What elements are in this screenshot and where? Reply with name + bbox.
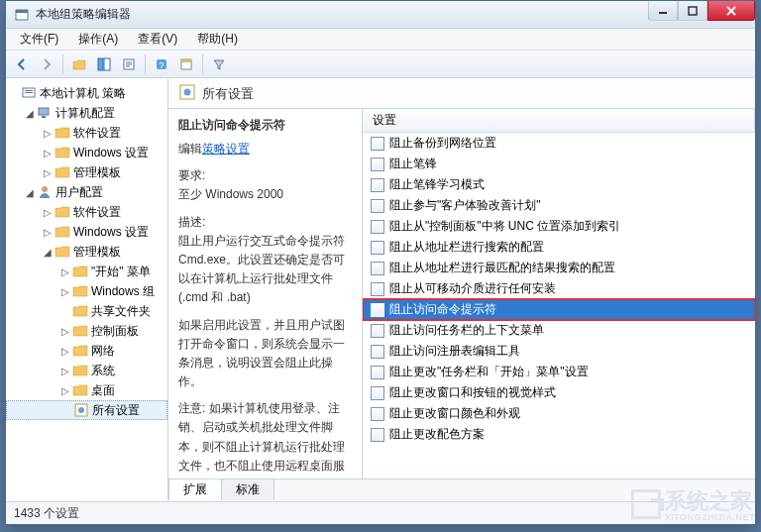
list-row[interactable]: 阻止笔锋学习模式 bbox=[363, 174, 755, 195]
list-row-label: 阻止参与"客户体验改善计划" bbox=[389, 197, 541, 214]
list-row[interactable]: 阻止访问任务栏的上下文菜单 bbox=[363, 320, 755, 341]
tree-item[interactable]: ◢管理模板 bbox=[6, 242, 167, 262]
list-row[interactable]: 阻止更改窗口颜色和外观 bbox=[363, 403, 755, 424]
policy-icon bbox=[371, 241, 384, 255]
policy-icon bbox=[371, 303, 384, 317]
tree-item[interactable]: ▷系统 bbox=[6, 361, 167, 380]
policy-icon bbox=[371, 199, 384, 213]
req-value: 至少 Windows 2000 bbox=[178, 187, 283, 201]
tab-standard[interactable]: 标准 bbox=[221, 479, 274, 500]
tree-item[interactable]: ▷网络 bbox=[6, 341, 167, 361]
tree-item[interactable]: ▷控制面板 bbox=[6, 321, 167, 341]
tree-label: "开始" 菜单 bbox=[91, 264, 151, 280]
toolbar-separator bbox=[62, 54, 63, 74]
policy-icon bbox=[371, 282, 384, 296]
tree-label: 软件设置 bbox=[73, 125, 121, 142]
policy-icon bbox=[371, 220, 384, 234]
tree-label: 软件设置 bbox=[73, 204, 121, 221]
description-title: 阻止访问命令提示符 bbox=[168, 109, 362, 140]
list-row[interactable]: 阻止更改窗口和按钮的视觉样式 bbox=[363, 382, 755, 403]
list-row[interactable]: 阻止更改"任务栏和「开始」菜单"设置 bbox=[363, 362, 755, 382]
req-label: 要求: bbox=[178, 168, 205, 182]
help-button[interactable]: ? bbox=[150, 53, 173, 75]
back-button[interactable] bbox=[10, 53, 34, 75]
menu-help[interactable]: 帮助(H) bbox=[187, 29, 248, 50]
list-row[interactable]: 阻止备份到网络位置 bbox=[363, 133, 755, 154]
tree-label: 用户配置 bbox=[55, 184, 103, 201]
list-row[interactable]: 阻止笔锋 bbox=[363, 154, 755, 174]
menu-action[interactable]: 操作(A) bbox=[68, 29, 128, 50]
forward-button[interactable] bbox=[35, 53, 58, 75]
tree-item[interactable]: ▷软件设置 bbox=[6, 123, 167, 143]
tree-label: 共享文件夹 bbox=[91, 303, 151, 320]
settings-list[interactable]: 阻止备份到网络位置阻止笔锋阻止笔锋学习模式阻止参与"客户体验改善计划"阻止从"控… bbox=[363, 133, 755, 479]
list-row-label: 阻止更改"任务栏和「开始」菜单"设置 bbox=[389, 364, 589, 380]
tree-item[interactable]: ▷桌面 bbox=[6, 380, 167, 400]
policy-icon bbox=[371, 158, 384, 171]
menu-view[interactable]: 查看(V) bbox=[128, 29, 187, 50]
list-row[interactable]: 阻止从地址栏进行搜索的配置 bbox=[363, 237, 755, 258]
tree-label: 所有设置 bbox=[92, 402, 140, 419]
list-row-label: 阻止从地址栏进行搜索的配置 bbox=[389, 239, 544, 256]
toolbar: ? bbox=[6, 51, 755, 78]
tree-item[interactable]: ▷Windows 设置 bbox=[6, 222, 167, 242]
filter-button[interactable] bbox=[207, 53, 231, 75]
list-header[interactable]: 设置 bbox=[363, 109, 755, 133]
maximize-button[interactable] bbox=[678, 1, 707, 21]
up-button[interactable] bbox=[67, 53, 91, 75]
tree-item[interactable]: ▷软件设置 bbox=[6, 202, 167, 222]
edit-policy-link[interactable]: 策略设置 bbox=[202, 142, 250, 156]
tree-item[interactable]: ▷Windows 组 bbox=[6, 281, 167, 301]
main-area: 本地计算机 策略 ◢计算机配置 ▷软件设置 ▷Windows 设置 ▷管理模板 … bbox=[6, 79, 755, 500]
content-body: 阻止访问命令提示符 编辑策略设置 要求:至少 Windows 2000 描述:阻… bbox=[168, 109, 755, 479]
desc-text: 注意: 如果计算机使用登录、注销、启动或关机批处理文件脚本，则不阻止计算机运行批… bbox=[178, 399, 352, 479]
tree-label: 管理模板 bbox=[73, 244, 121, 261]
minimize-button[interactable] bbox=[648, 1, 678, 21]
svg-text:?: ? bbox=[159, 60, 163, 70]
tree-user-config[interactable]: ◢用户配置 bbox=[6, 182, 167, 202]
properties-button[interactable] bbox=[174, 53, 198, 75]
close-button[interactable] bbox=[707, 1, 755, 21]
tree-root[interactable]: 本地计算机 策略 bbox=[6, 83, 167, 103]
list-row-label: 阻止笔锋 bbox=[389, 156, 437, 172]
list-row[interactable]: 阻止更改配色方案 bbox=[363, 424, 755, 445]
tree-label: Windows 设置 bbox=[73, 224, 149, 241]
svg-rect-17 bbox=[42, 116, 46, 118]
tab-extended[interactable]: 扩展 bbox=[168, 479, 222, 500]
description-body[interactable]: 编辑策略设置 要求:至少 Windows 2000 描述:阻止用户运行交互式命令… bbox=[168, 140, 362, 479]
svg-rect-7 bbox=[104, 58, 110, 70]
tree-item[interactable]: ▷Windows 设置 bbox=[6, 143, 167, 162]
tree-computer-config[interactable]: ◢计算机配置 bbox=[6, 103, 167, 123]
svg-rect-12 bbox=[181, 59, 191, 62]
toolbar-separator bbox=[145, 54, 146, 74]
content-header: 所有设置 bbox=[168, 79, 755, 109]
list-row-label: 阻止从可移动介质进行任何安装 bbox=[389, 280, 556, 297]
list-row-label: 阻止访问命令提示符 bbox=[389, 301, 496, 318]
menubar: 文件(F) 操作(A) 查看(V) 帮助(H) bbox=[6, 29, 755, 51]
svg-rect-15 bbox=[25, 92, 33, 93]
column-setting[interactable]: 设置 bbox=[363, 109, 755, 132]
export-button[interactable] bbox=[117, 53, 141, 75]
content-title: 所有设置 bbox=[202, 85, 254, 103]
list-row-label: 阻止从地址栏进行最匹配的结果搜索的配置 bbox=[389, 260, 615, 276]
tree-panel[interactable]: 本地计算机 策略 ◢计算机配置 ▷软件设置 ▷Windows 设置 ▷管理模板 … bbox=[6, 79, 168, 500]
list-row[interactable]: 阻止参与"客户体验改善计划" bbox=[363, 195, 755, 216]
tree-label: 本地计算机 策略 bbox=[40, 85, 126, 102]
tree-item[interactable]: ▷管理模板 bbox=[6, 162, 167, 182]
tree-item[interactable]: ▷"开始" 菜单 bbox=[6, 262, 167, 281]
list-row[interactable]: 阻止访问注册表编辑工具 bbox=[363, 341, 755, 362]
list-row[interactable]: 阻止从地址栏进行最匹配的结果搜索的配置 bbox=[363, 258, 755, 278]
list-row-label: 阻止备份到网络位置 bbox=[389, 135, 496, 152]
menu-file[interactable]: 文件(F) bbox=[10, 29, 68, 50]
desc-label: 描述: bbox=[178, 215, 205, 229]
tree-item-all-settings[interactable]: 所有设置 bbox=[6, 400, 167, 420]
tree-item[interactable]: 共享文件夹 bbox=[6, 301, 167, 321]
list-panel: 设置 阻止备份到网络位置阻止笔锋阻止笔锋学习模式阻止参与"客户体验改善计划"阻止… bbox=[363, 109, 755, 479]
list-row[interactable]: 阻止访问命令提示符 bbox=[363, 299, 755, 320]
policy-icon bbox=[371, 366, 384, 379]
list-row[interactable]: 阻止从"控制面板"中将 UNC 位置添加到索引 bbox=[363, 216, 755, 237]
toolbar-separator bbox=[202, 54, 203, 74]
titlebar[interactable]: 本地组策略编辑器 bbox=[6, 1, 755, 29]
list-row[interactable]: 阻止从可移动介质进行任何安装 bbox=[363, 278, 755, 299]
show-hide-tree-button[interactable] bbox=[92, 53, 116, 75]
